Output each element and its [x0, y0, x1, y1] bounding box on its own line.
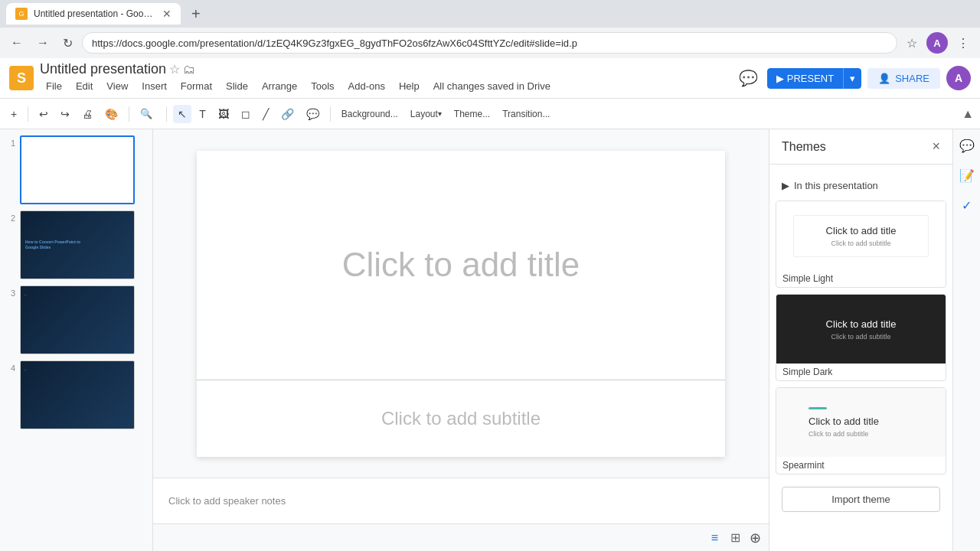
link-tool-button[interactable]: 🔗: [276, 105, 299, 123]
theme-button[interactable]: Theme...: [449, 106, 495, 122]
in-this-presentation-label: In this presentation: [794, 180, 878, 191]
paint-format-button[interactable]: 🎨: [100, 105, 122, 123]
slide-thumbnail-3[interactable]: —: [20, 285, 135, 354]
themes-content: ▶ In this presentation Click to add titl…: [769, 165, 952, 551]
tab-close-button[interactable]: ✕: [162, 8, 172, 20]
image-tool-button[interactable]: 🖼: [214, 105, 234, 123]
line-tool-button[interactable]: ╱: [258, 105, 273, 123]
comment-tool-button[interactable]: 💬: [302, 105, 324, 123]
text-tool-button[interactable]: T: [194, 105, 211, 123]
theme-light-subtitle: Click to add subtitle: [809, 240, 913, 247]
toolbar-separator-4: [330, 106, 331, 122]
browser-tab[interactable]: G Untitled presentation - Google ... ✕: [6, 3, 181, 24]
tab-favicon: G: [15, 8, 28, 20]
slide-item-4[interactable]: 4 —: [3, 360, 149, 429]
menu-view[interactable]: View: [100, 77, 134, 95]
slide-canvas: Click to add title Click to add subtitle: [197, 151, 725, 457]
slide-canvas-wrapper: Click to add title Click to add subtitle: [153, 129, 769, 478]
folder-icon[interactable]: 🗂: [183, 63, 195, 77]
browser-menu-button[interactable]: ⋮: [952, 33, 974, 54]
present-dropdown-button[interactable]: ▾: [843, 68, 861, 89]
menu-help[interactable]: Help: [393, 77, 426, 95]
bottom-toolbar: ≡ ⊞ ⊕: [153, 523, 769, 551]
browser-profile-icon[interactable]: A: [926, 32, 948, 54]
theme-spearmint-label: Spearmint: [776, 457, 946, 474]
slide-thumbnail-1[interactable]: [20, 135, 135, 204]
add-button[interactable]: +: [6, 105, 21, 123]
theme-simple-light[interactable]: Click to add title Click to add subtitle…: [776, 201, 946, 288]
themes-panel-header: Themes ×: [769, 129, 952, 165]
toolbar: + ↩ ↪ 🖨 🎨 🔍 ↖ T 🖼 ◻ ╱ 🔗 💬 Background... …: [0, 99, 980, 129]
presentation-title[interactable]: Untitled presentation: [40, 61, 166, 77]
menu-addons[interactable]: Add-ons: [342, 77, 391, 95]
themes-panel: Themes × ▶ In this presentation Click to…: [769, 129, 952, 551]
side-check-icon[interactable]: ✓: [959, 195, 975, 216]
new-tab-button[interactable]: +: [187, 5, 205, 23]
toolbar-collapse-button[interactable]: ▲: [962, 107, 974, 121]
comments-button[interactable]: 💬: [736, 66, 761, 90]
present-play-icon: ▶: [776, 73, 784, 84]
slide-subtitle-area[interactable]: Click to add subtitle: [197, 380, 725, 457]
layout-button[interactable]: Layout ▾: [406, 106, 446, 122]
menu-file[interactable]: File: [40, 77, 68, 95]
app-logo: S: [9, 66, 34, 90]
theme-spearmint-accent: [808, 407, 827, 409]
slide-view-button[interactable]: ≡: [708, 528, 721, 548]
redo-button[interactable]: ↪: [56, 105, 74, 123]
menu-insert[interactable]: Insert: [136, 77, 173, 95]
menu-tools[interactable]: Tools: [305, 77, 340, 95]
side-icons-panel: 💬 📝 ✓: [952, 129, 980, 551]
menu-arrange[interactable]: Arrange: [256, 77, 303, 95]
theme-spearmint-subtitle: Click to add subtitle: [808, 430, 913, 438]
toolbar-separator-1: [28, 106, 28, 122]
transition-button[interactable]: Transition...: [498, 106, 554, 122]
slide-title-area[interactable]: Click to add title: [197, 151, 725, 380]
present-button[interactable]: ▶ PRESENT: [767, 68, 843, 89]
slide-subtitle-placeholder[interactable]: Click to add subtitle: [381, 408, 541, 429]
theme-spearmint[interactable]: Click to add title Click to add subtitle…: [776, 387, 946, 474]
print-button[interactable]: 🖨: [77, 105, 97, 123]
address-bar[interactable]: https://docs.google.com/presentation/d/1…: [82, 32, 897, 54]
side-notes-icon[interactable]: 📝: [956, 165, 978, 186]
share-button[interactable]: 👤 SHARE: [867, 68, 940, 89]
slide-item-1[interactable]: 1: [3, 135, 149, 204]
grid-view-button[interactable]: ⊞: [727, 527, 743, 548]
theme-simple-dark[interactable]: Click to add title Click to add subtitle…: [776, 294, 946, 381]
theme-spearmint-title: Click to add title: [808, 416, 913, 427]
menu-edit[interactable]: Edit: [70, 77, 99, 95]
back-button[interactable]: ←: [6, 33, 28, 53]
slide-number-4: 4: [3, 364, 15, 373]
background-button[interactable]: Background...: [337, 106, 403, 122]
side-chat-icon[interactable]: 💬: [956, 135, 978, 156]
zoom-button[interactable]: 🔍: [136, 105, 160, 122]
slide-thumbnail-2[interactable]: How to Convert PowerPoint toGoogle Slide…: [20, 210, 135, 279]
themes-close-button[interactable]: ×: [932, 139, 940, 155]
menu-format[interactable]: Format: [175, 77, 218, 95]
cursor-tool-button[interactable]: ↖: [173, 105, 191, 123]
slide-thumbnail-4[interactable]: —: [20, 360, 135, 429]
import-theme-button[interactable]: Import theme: [782, 487, 940, 512]
saved-status: All changes saved in Drive: [433, 80, 550, 92]
forward-button[interactable]: →: [32, 33, 54, 53]
add-slide-button[interactable]: ⊕: [750, 530, 761, 546]
slide-number-2: 2: [3, 214, 15, 223]
slides-panel: 1 2 How to Convert PowerPoint toGoogle S…: [0, 129, 153, 551]
share-icon: 👤: [878, 73, 890, 84]
in-this-presentation-header[interactable]: ▶ In this presentation: [782, 177, 940, 194]
speaker-notes[interactable]: Click to add speaker notes: [153, 478, 769, 523]
menu-slide[interactable]: Slide: [220, 77, 254, 95]
refresh-button[interactable]: ↻: [58, 33, 77, 54]
speaker-notes-placeholder[interactable]: Click to add speaker notes: [168, 495, 286, 507]
slide-title-placeholder[interactable]: Click to add title: [342, 246, 580, 284]
undo-button[interactable]: ↩: [34, 105, 53, 123]
slide-number-1: 1: [3, 139, 15, 148]
slide-item-2[interactable]: 2 How to Convert PowerPoint toGoogle Sli…: [3, 210, 149, 279]
slide-item-3[interactable]: 3 —: [3, 285, 149, 354]
shapes-tool-button[interactable]: ◻: [237, 105, 255, 123]
bookmark-button[interactable]: ☆: [902, 33, 922, 54]
user-profile-button[interactable]: A: [946, 66, 971, 90]
section-chevron-icon: ▶: [782, 180, 789, 191]
zoom-icon: 🔍: [140, 108, 152, 119]
star-icon[interactable]: ☆: [169, 62, 180, 77]
app-header: S Untitled presentation ☆ 🗂 File Edit Vi…: [0, 58, 980, 99]
